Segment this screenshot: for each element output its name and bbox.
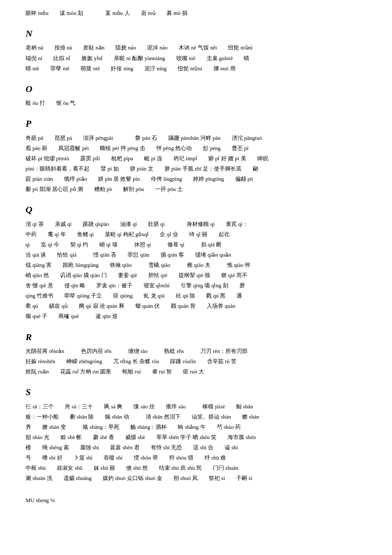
line: 殴 ōu 打 怄 òu 气 [26,98,366,108]
line: 瘸 qué 子 商榷 què 逡 qūn 巡 [26,312,366,321]
mu-sheng-note: MU sheng % [26,496,366,505]
section-top-content: 眼眸 mǒu 谋 móu 划 某 mǒu 人 亩 mǔ 募 mò 捐 [26,9,366,18]
line: 号 嗜 shì 好 卜筮 shì 吞噬 shì 绶 shòu 带 狩 shòu … [26,453,366,462]
letter-o: O [26,81,366,97]
line: 韶 sháo 光 赊 shē 帐 麝 shè 香 威慑 shè 莘莘 shēn … [26,433,366,442]
section-s: S 仨 sā：三个 卅 sà：三十 飒 sà 爽 缫 sāo 丝 瘙痒 sào … [26,384,366,483]
section-s-content: 仨 sā：三个 卅 sà：三十 飒 sà 爽 缫 sāo 丝 瘙痒 sào 稼穑… [26,402,366,483]
line: 破坏 pī 纰缪 pīmiù 霹雳 pīlì 枇杷 pípa 毗 pí 连 坍圮… [26,154,366,163]
line: 鄱 pó 阳湖 居心叵 pǒ 测 糟粕 pò 解剖 pōu 一抔 póu 土 [26,185,366,194]
section-q-content: 沏 qī 茶 亲戚 qī 蹊跷 qīqiāo 油漆 qī 肚脐 qí 身材修顾 … [26,220,366,321]
line: qì 迄 qì 今 契 qì 约 砌 qì 墙 休憩 qì 修葺 qì 掐 qi… [26,240,366,249]
main-content: 眼眸 mǒu 谋 móu 划 某 mǒu 人 亩 mǔ 募 mò 捐 N 老衲 … [26,9,366,505]
line: 中药 耄 qí 年 鱼鳍 qí 菜畦 qí 枸杞 gǒuqǐ 企 qǐ 业 绮 … [26,230,366,239]
section-r: R 光阴荏苒 rěnrǎn 色厉内荏 rěn 缠绕 rào 熟稔 rěn 刀刃 … [26,329,366,377]
section-n-content: 老衲 nà 按捺 nà 差耻 nǎn 阻挠 náo 泥淖 nào 木讷 nè 气… [26,43,366,73]
line: 奇葩 pā 琵琶 pá 澎湃 péngpài 磐 pán 石 蹒跚 pánshā… [26,133,366,143]
line: 晴 niè 罪孽 niè 萌蘖 niè 奸佞 nìng 泥泞 níng 忸怩 n… [26,64,366,73]
line: 老衲 nà 按捺 nà 差耻 nǎn 阻挠 náo 泥淖 nào 木讷 nè 气… [26,43,366,52]
line: 养 嬗 shàn 变 殇 shāng：早死 觞 shāng：酒杯 晌 shǎng… [26,422,366,432]
section-top: 眼眸 mǒu 谋 móu 划 某 mǒu 人 亩 mǔ 募 mò 捐 [26,9,366,18]
letter-n: N [26,26,366,41]
line: 楼 绳 shéng 索 腐蚀 shí 葚葚 shèn 君 有恃 shì 无恐 适… [26,443,366,452]
line: 涮 shuàn 洗 遗孀 shuāng 媒妁 shuò 众口铄 shuò 金 朔… [26,474,366,483]
line: 中枢 shū 叔淑女 shū 妹 shū 丽 倏 shū 然 结束 shù 庶 … [26,463,366,473]
line: 庖 páo 厨 凤冠霞帔 pèi 鞴犊 pèi 抨 pēng 击 怦 pēng … [26,144,366,153]
letter-q: Q [26,202,366,217]
section-o: O 殴 ōu 打 怄 òu 气 [26,81,366,108]
line: 仨 sā：三个 卅 sà：三十 飒 sà 爽 缫 sāo 丝 瘙痒 sào 稼穑… [26,402,366,411]
line: 端倪 ní 比拟 nǐ 旖旎 yǐnǐ 亲昵 nì 酝酿 yùnniàng 咬嘴… [26,54,366,63]
line: 板：一种小船 删 shān 除 煽 shān 动 清 shān 然泪下 讪笑、搭… [26,412,366,422]
line: 姓阮 ruǎn 花蕊 ruǐ 方枘 rui 圆凿 蚝蛎 ruì 睿 ruì 智 … [26,367,366,376]
line: 峭 qiào 然 讥诮 qiào 撬 qiào 门 妻妾 qiè 胆怯 qiè … [26,271,366,280]
section-q: Q 沏 qī 茶 亲戚 qī 蹊跷 qīqiāo 油漆 qī 肚脐 qí 身材修… [26,202,366,321]
section-o-content: 殴 ōu 打 怄 òu 气 [26,98,366,108]
line: pìnì：眼睛斜着看，看不起 譬 pì 如 骈 pián 文 胼 pián 手胝… [26,164,366,173]
line: 眼眸 mǒu 谋 móu 划 某 mǒu 人 亩 mǔ 募 mò 捐 [26,9,366,18]
line: 跹 pián xiān 饿殍 piǎo 姘 pīn 居 效颦 pín 伶俜 lí… [26,174,366,184]
line: 光阴荏苒 rěnrǎn 色厉内荏 rěn 缠绕 rào 熟稔 rěn 刀刃 rè… [26,347,366,356]
letter-r: R [26,329,366,345]
line: 衢 qú 龋齿 qǔ 阕 qù 寂 诠 quán 释 蟛 quán 伏 颧 qu… [26,301,366,311]
line: 沏 qī 茶 亲戚 qī 蹊跷 qīqiāo 油漆 qī 肚脐 qí 身材修顾 … [26,220,366,229]
line: 舍 惬 qiè 意 侵 qīn 略 罗衾 qīn：被子 寝室 qǐnshì 引擎… [26,281,366,290]
letter-s: S [26,384,366,400]
section-n: N 老衲 nà 按捺 nà 差耻 nǎn 阻挠 náo 泥淖 nào 木讷 nè… [26,26,366,73]
line: 洽 qià 谈 恰恰 qià 悭 qiān 吝 罪愆 qiān 掮 qián 客… [26,250,366,260]
letter-p: P [26,116,366,131]
section-p: P 奇葩 pā 琵琶 pá 澎湃 péngpài 磐 pán 石 蹒跚 páns… [26,116,366,194]
mu-sheng-text: MU sheng % [26,497,55,503]
line: 妊娠 rènshēn 峥嵘 zhēngróng 兀 rǒng 长 杂糅 róu … [26,357,366,366]
section-p-content: 奇葩 pā 琵琶 pá 澎湃 péngpài 磐 pán 石 蹒跚 pánshā… [26,133,366,194]
line: 戗 qiāng 害 踉跄 liàngqiàng 铁锹 qiāo 雪橇 qiāo … [26,260,366,270]
section-r-content: 光阴荏苒 rěnrǎn 色厉内荏 rěn 缠绕 rào 熟稔 rěn 刀刃 rè… [26,347,366,376]
line: qìng 竹难书 荦荦 qióng 子立 琼 qióng 虬 龙 qiú 祛 q… [26,291,366,301]
